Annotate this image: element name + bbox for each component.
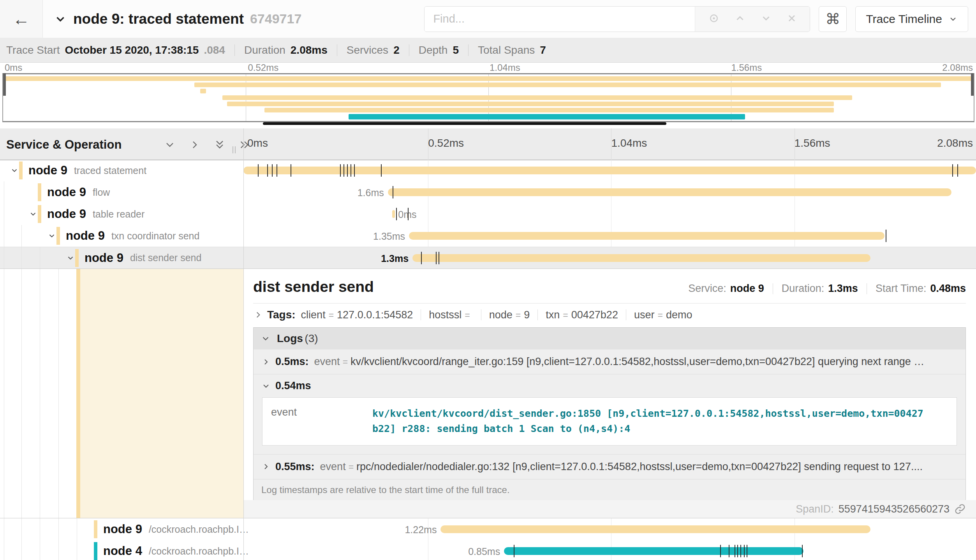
find-group — [424, 6, 810, 32]
summary-label: Total Spans — [478, 44, 535, 56]
ruler-tick-label: 0ms — [247, 137, 268, 149]
log-marker-tick — [436, 252, 437, 264]
find-controls — [695, 7, 810, 32]
column-resize-grip[interactable] — [233, 146, 236, 153]
log-marker-tick — [720, 545, 721, 557]
ruler-tick-label: 1.56ms — [795, 137, 830, 149]
match-highlight-icon[interactable] — [708, 12, 720, 26]
ruler-tick-label: 2.08ms — [942, 62, 973, 73]
tags-label: Tags: — [267, 309, 296, 321]
span-id-footer: SpanID: 5597415943526560273 — [244, 500, 976, 518]
log-entry-expanded: 0.54mseventkv/kvclient/kvcoord/dist_send… — [254, 374, 965, 446]
span-row[interactable]: node 9txn coordinator send1.35ms — [0, 225, 976, 247]
span-bar[interactable] — [392, 210, 395, 218]
keyboard-shortcuts-button[interactable]: ⌘ — [819, 6, 847, 32]
span-name-column[interactable]: node 9flow — [0, 181, 281, 203]
indent-guide — [40, 269, 40, 518]
summary-value: 5 — [453, 44, 459, 56]
find-input[interactable] — [425, 7, 695, 32]
span-bar-track: 1.6ms — [243, 181, 976, 203]
span-bar[interactable] — [388, 188, 951, 196]
trace-minimap[interactable] — [2, 73, 974, 122]
tag-value: 127.0.0.1:54582 — [337, 309, 413, 321]
duration-label: Duration: — [782, 283, 824, 295]
ruler-tick-label: 0.52ms — [428, 137, 464, 149]
span-row[interactable]: node 9dist sender send1.3ms — [0, 247, 976, 269]
deep-link-button[interactable] — [954, 503, 966, 515]
span-expander-chevron-down-icon[interactable] — [29, 210, 38, 218]
minimap-left-scrubber-handle[interactable] — [3, 73, 6, 96]
next-result-chevron-down-icon[interactable] — [760, 12, 772, 26]
span-expander-chevron-down-icon[interactable] — [10, 166, 19, 175]
log-field-key: event — [314, 356, 340, 367]
collapse-one-chevron-down-icon[interactable] — [164, 139, 176, 152]
log-timestamp: 0.55ms: — [275, 461, 315, 473]
span-bar-track — [243, 160, 976, 181]
top-bar-actions: ⌘ Trace Timeline — [424, 6, 968, 32]
top-bar: ← node 9: traced statement 6749717 — [0, 0, 976, 38]
prev-result-chevron-up-icon[interactable] — [734, 12, 746, 26]
span-service-name: node 9 — [28, 163, 67, 177]
log-marker-tick — [744, 545, 745, 557]
span-row[interactable]: node 4/cockroach.roachpb.I…0.85ms — [0, 540, 976, 560]
logs-header[interactable]: Logs (3) — [254, 328, 965, 349]
tag-divider — [537, 309, 538, 320]
span-rows: node 9traced statementnode 9flow1.6msnod… — [0, 160, 976, 560]
span-row[interactable]: node 9traced statement — [0, 160, 976, 181]
summary-value: 2.08ms — [291, 44, 328, 56]
span-row[interactable]: node 9table reader0ms — [0, 203, 976, 225]
summary-value-suffix: .084 — [204, 44, 225, 56]
timeline-horizontal-scrollbar[interactable] — [263, 122, 666, 125]
summary-item: Services2 — [347, 44, 400, 56]
divider — [253, 303, 966, 304]
log-entry-collapsed[interactable]: 0.55ms:event=rpc/nodedialer/nodedialer.g… — [254, 454, 965, 479]
tag-divider — [626, 309, 626, 320]
ruler-tick-label: 0ms — [5, 62, 22, 73]
minimap-right-scrubber-handle[interactable] — [971, 73, 974, 96]
span-bar[interactable] — [412, 254, 870, 262]
span-bar[interactable] — [409, 232, 884, 240]
span-operation-name: /cockroach.roachpb.I… — [149, 524, 249, 535]
span-expander-chevron-down-icon[interactable] — [48, 232, 56, 240]
tags-toggle-row[interactable]: Tags: client=127.0.0.1:54582hostssl=node… — [253, 309, 966, 321]
trace-collapse-chevron-down-icon[interactable] — [54, 12, 67, 26]
log-entry-collapsed[interactable]: 0.5ms:event=kv/kvclient/kvcoord/range_it… — [254, 349, 965, 374]
back-button[interactable]: ← — [0, 0, 43, 38]
log-entry-header[interactable]: 0.54ms — [254, 374, 965, 395]
tag-key: node — [489, 309, 513, 321]
link-icon — [954, 503, 966, 515]
span-expander-chevron-down-icon[interactable] — [66, 254, 75, 262]
span-row[interactable]: node 9flow1.6ms — [0, 181, 976, 203]
equals-sign: = — [462, 310, 473, 321]
tag-item: node=9 — [489, 309, 530, 321]
span-bar[interactable] — [440, 525, 870, 533]
span-service-name: node 9 — [66, 229, 105, 243]
span-bar[interactable] — [243, 167, 976, 174]
span-row[interactable]: node 9/cockroach.roachpb.I…1.22ms — [0, 518, 976, 540]
span-bar[interactable] — [504, 547, 803, 555]
minimap-span-bar — [264, 108, 834, 112]
ruler-tick-label: 1.56ms — [731, 62, 762, 73]
view-selector-button[interactable]: Trace Timeline — [855, 6, 968, 32]
span-operation-name: table reader — [93, 209, 144, 220]
span-name-column[interactable]: node 9traced statement — [0, 160, 254, 181]
span-color-strip — [38, 183, 41, 201]
tag-item: user=demo — [634, 309, 692, 321]
equals-sign: = — [340, 357, 351, 367]
indent-guide — [4, 269, 4, 518]
log-field-value: kv/kvclient/kvcoord/range_iter.go:159 [n… — [351, 356, 924, 367]
log-marker-tick — [344, 164, 344, 177]
log-marker-tick — [351, 164, 351, 177]
span-bar-track: 0.85ms — [243, 540, 976, 560]
collapse-all-double-chevron-down-icon[interactable] — [213, 139, 226, 152]
span-detail-left-gutter — [0, 269, 243, 518]
span-name-column[interactable]: node 9table reader — [0, 203, 272, 225]
logs-label: Logs — [277, 332, 303, 344]
span-service-name: node 9 — [47, 185, 86, 199]
service-operation-heading: Service & Operation — [6, 138, 122, 152]
command-icon: ⌘ — [825, 11, 840, 28]
clear-search-x-icon[interactable] — [786, 13, 797, 25]
logs-section: Logs (3) 0.5ms:event=kv/kvclient/kvcoord… — [253, 327, 966, 501]
trace-timeline-page: ← node 9: traced statement 6749717 — [0, 0, 976, 560]
expand-one-chevron-right-icon[interactable] — [189, 139, 201, 152]
